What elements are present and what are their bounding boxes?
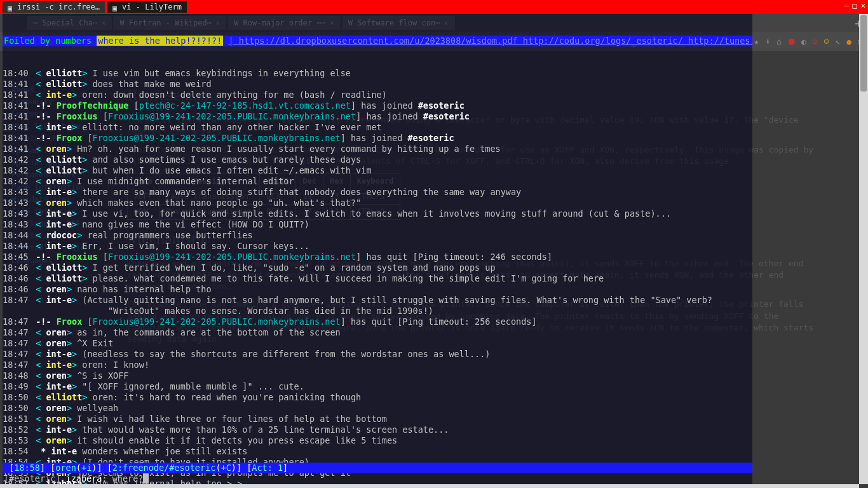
extension-icon[interactable]: ◐ (801, 37, 806, 46)
chat-line: 18:43 < oren> which makes even that nano… (3, 198, 752, 208)
chat-line: 18:41 -!- Frooxius [Frooxius@199-241-202… (3, 111, 752, 122)
chat-line: 18:41 < int-e> elliott: no more weird th… (3, 122, 752, 133)
bookmark-icon[interactable]: ★ (754, 37, 759, 46)
chat-line: 18:48 < oren> ^S is XOFF (3, 370, 752, 381)
chat-line: 18:43 < int-e> I use vi, too, for quick … (3, 208, 752, 219)
chat-line: 18:47 < int-e> oren: I know! (3, 360, 752, 370)
chat-line: 18:46 < elliott> I get terrified when I … (3, 262, 752, 273)
chat-line: 18:46 < oren> nano has internal help tho (3, 284, 752, 295)
maximize-icon[interactable]: □ (853, 1, 857, 10)
chat-line: 18:41 < int-e> oren: down doesn't delete… (3, 90, 752, 100)
chat-line: 18:51 < oren> I wish vi had like three o… (3, 414, 752, 424)
chat-line: 18:50 < elliott> oren: it's hard to read… (3, 392, 752, 403)
chat-line: 18:49 < int-e> "[ XOFF ignored, mumble m… (3, 381, 752, 392)
chat-line: 18:47 < int-e> (needless to say the shor… (3, 349, 752, 360)
chat-line: 18:40 < elliott> I use vim but emacs key… (3, 68, 752, 79)
adblock-icon[interactable]: ⬢ (788, 37, 795, 46)
close-icon[interactable]: × (861, 1, 865, 10)
terminal-icon: ▣ (112, 4, 119, 10)
vertical-scrollbar[interactable] (859, 14, 868, 484)
chat-line: 18:43 < int-e> nano gives me the vi effe… (3, 219, 752, 230)
chat-line: 18:41 < oren> Hm? oh. yeah for some reas… (3, 144, 752, 154)
chat-line: 18:44 < rdococ> real programmers use but… (3, 230, 752, 241)
chat-line: 18:46 < elliott> please. what condemned … (3, 273, 752, 284)
titlebar-tab-vi[interactable]: ▣ vi - LilyTerm (107, 1, 187, 13)
chat-line: 18:42 < elliott> but when I do use emacs… (3, 165, 752, 176)
tab-label: vi - LilyTerm (122, 3, 182, 11)
chat-line: 18:54 * int-e wonders whether joe still … (3, 446, 752, 457)
chat-line: 18:41 < elliott> does that make me weird (3, 79, 752, 90)
tab-label: irssi -c irc.free… (17, 3, 100, 11)
extension-icon[interactable]: ⊘ (813, 37, 818, 46)
chat-line: 18:47 < int-e> (Actually quitting nano i… (3, 295, 752, 306)
home-icon[interactable]: ⌂ (776, 37, 782, 46)
chat-line: 18:43 < int-e> there are so many ways of… (3, 187, 752, 198)
chat-line: 18:53 < oren> it should enable it if it … (3, 435, 752, 446)
chat-line: 18:42 < oren> I use midnight commander's… (3, 176, 752, 187)
chat-line: 18:47 -!- Froox [Frooxius@199-241-202-20… (3, 316, 752, 327)
chat-line: 18:44 < int-e> Err, I use vim, I should … (3, 241, 752, 252)
titlebar-tab-irssi[interactable]: ▣ irssi -c irc.free… (3, 1, 105, 13)
topic-bar: Foiled by numbers where is the help!?!?!… (3, 36, 752, 46)
scrollbar-thumb[interactable] (860, 15, 867, 92)
chat-line: 18:47 < oren> as in, the commands are at… (3, 327, 752, 338)
pointer-icon[interactable]: ↖ (836, 37, 841, 46)
minimize-icon[interactable]: — (844, 1, 848, 10)
chat-line: 18:50 < oren> wellyeah (3, 403, 752, 414)
chat-line: 18:45 -!- Frooxius [Frooxius@199-241-202… (3, 252, 752, 262)
terminal-icon: ▣ (8, 4, 14, 10)
text-cursor (143, 473, 148, 484)
horizontal-scrollbar[interactable] (0, 484, 859, 488)
download-icon[interactable]: ⬇ (765, 37, 770, 46)
chat-line: 18:41 -!- ProofTechnique [ptech@c-24-147… (3, 100, 752, 111)
irssi-terminal[interactable]: Foiled by numbers where is the help!?!?!… (3, 14, 752, 484)
chat-log: 18:40 < elliott> I use vim but emacs key… (3, 68, 752, 488)
irssi-statusbar: [18:58] [oren(+i)] [2:freenode/#esoteric… (3, 463, 752, 473)
irssi-input[interactable]: [#esoteric] izabera: where? (3, 473, 752, 484)
chat-line: 18:47 < oren> ^X Exit (3, 338, 752, 349)
window-titlebar: ▣ irssi -c irc.free… ▣ vi - LilyTerm — □… (0, 0, 868, 14)
extension-icon[interactable]: ● (846, 37, 851, 46)
chat-line: "WriteOut" makes no sense. Wordstar has … (3, 306, 752, 316)
chat-line: 18:42 < elliott> and also sometimes I us… (3, 154, 752, 165)
chat-line: 18:41 -!- Froox [Frooxius@199-241-202-20… (3, 133, 752, 144)
extension-icon[interactable]: ☺ (824, 37, 829, 46)
chat-line: 18:52 < int-e> that would waste more tha… (3, 424, 752, 435)
